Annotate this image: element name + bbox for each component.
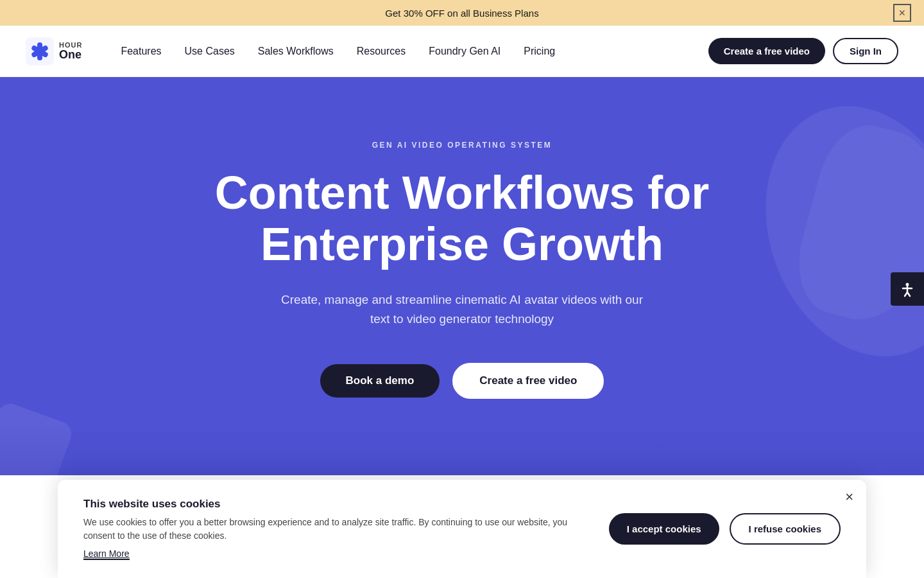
nav-resources[interactable]: Resources	[357, 46, 406, 57]
nav-links: Features Use Cases Sales Workflows Resou…	[121, 46, 708, 57]
nav-pricing[interactable]: Pricing	[524, 46, 555, 57]
svg-line-8	[907, 292, 910, 296]
nav-sales-workflows[interactable]: Sales Workflows	[258, 46, 334, 57]
accessibility-icon	[899, 281, 916, 297]
nav-actions: Create a free video Sign In	[708, 38, 898, 64]
hero-title: Content Workflows for Enterprise Growth	[199, 168, 725, 269]
logo-top: HOUR	[59, 41, 82, 49]
book-demo-button[interactable]: Book a demo	[320, 364, 440, 398]
nav-use-cases[interactable]: Use Cases	[185, 46, 235, 57]
logo-text: HOUR One	[59, 41, 82, 62]
hero-bottom-decor	[0, 424, 924, 475]
nav-signin-button[interactable]: Sign In	[833, 38, 898, 64]
hero-buttons: Book a demo Create a free video	[320, 363, 604, 399]
hero-section: GEN AI VIDEO OPERATING SYSTEM Content Wo…	[0, 77, 924, 475]
logo[interactable]: HOUR One	[26, 37, 82, 66]
hero-subtitle: Create, manage and streamline cinematic …	[276, 290, 648, 329]
top-banner: Get 30% OFF on all Business Plans ✕	[0, 0, 924, 26]
create-free-video-button[interactable]: Create a free video	[452, 363, 604, 399]
logo-icon	[26, 37, 54, 66]
hero-badge: GEN AI VIDEO OPERATING SYSTEM	[372, 141, 552, 150]
logo-bottom: One	[59, 49, 82, 62]
nav-features[interactable]: Features	[121, 46, 161, 57]
banner-text: Get 30% OFF on all Business Plans	[385, 8, 538, 19]
accessibility-button[interactable]	[891, 272, 924, 306]
nav-foundry-gen-ai[interactable]: Foundry Gen AI	[429, 46, 501, 57]
nav-create-free-video-button[interactable]: Create a free video	[708, 38, 825, 64]
banner-close-button[interactable]: ✕	[893, 4, 911, 22]
navbar: HOUR One Features Use Cases Sales Workfl…	[0, 26, 924, 77]
